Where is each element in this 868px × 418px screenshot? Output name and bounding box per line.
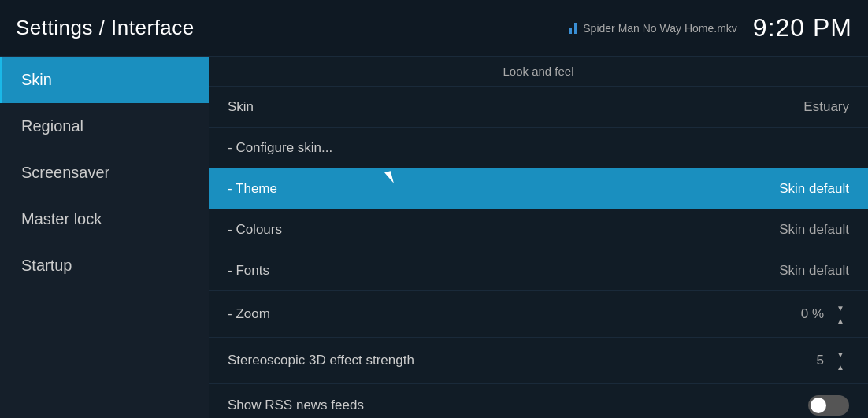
row-value-fonts: Skin default	[779, 263, 849, 279]
settings-row-skin[interactable]: Skin Estuary	[209, 87, 868, 128]
media-info: Spider Man No Way Home.mkv	[569, 22, 737, 35]
sidebar-item-screensaver[interactable]: Screensaver	[0, 150, 209, 196]
main-layout: Skin Regional Screensaver Master lock St…	[0, 57, 868, 418]
sidebar-item-skin[interactable]: Skin	[0, 57, 209, 103]
row-value-colours: Skin default	[779, 222, 849, 238]
row-value-skin: Estuary	[803, 99, 849, 115]
header: Settings / Interface Spider Man No Way H…	[0, 0, 868, 57]
settings-row-rss[interactable]: Show RSS news feeds	[209, 384, 868, 418]
row-value-zoom: 0 % ▼ ▲	[801, 302, 849, 326]
row-label-configure-skin: - Configure skin...	[228, 140, 332, 156]
sidebar-item-startup[interactable]: Startup	[0, 242, 209, 289]
sidebar-item-regional[interactable]: Regional	[0, 103, 209, 150]
settings-row-fonts[interactable]: - Fonts Skin default	[209, 250, 868, 291]
row-label-zoom: - Zoom	[228, 306, 270, 322]
media-icon	[569, 23, 577, 34]
row-value-rss	[808, 395, 849, 416]
row-label-colours: - Colours	[228, 222, 282, 238]
header-right: Spider Man No Way Home.mkv 9:20 PM	[569, 13, 852, 43]
row-label-stereoscopic: Stereoscopic 3D effect strength	[228, 353, 414, 368]
settings-row-zoom[interactable]: - Zoom 0 % ▼ ▲	[209, 291, 868, 338]
toggle-knob	[811, 398, 826, 413]
content-area: Look and feel Skin Estuary - Configure s…	[209, 57, 868, 418]
sidebar-item-master-lock[interactable]: Master lock	[0, 196, 209, 242]
settings-row-configure-skin[interactable]: - Configure skin...	[209, 128, 868, 168]
media-filename: Spider Man No Way Home.mkv	[583, 22, 737, 35]
page-title: Settings / Interface	[16, 16, 195, 40]
row-label-skin: Skin	[228, 99, 254, 115]
clock: 9:20 PM	[753, 13, 852, 43]
row-label-theme: - Theme	[228, 181, 277, 197]
row-label-rss: Show RSS news feeds	[228, 398, 364, 413]
zoom-down-icon[interactable]: ▼	[832, 302, 849, 313]
row-value-theme: Skin default	[779, 181, 849, 197]
stereoscopic-stepper[interactable]: ▼ ▲	[832, 349, 849, 372]
sidebar: Skin Regional Screensaver Master lock St…	[0, 57, 209, 418]
settings-row-colours[interactable]: - Colours Skin default	[209, 209, 868, 250]
rss-toggle[interactable]	[808, 395, 849, 416]
settings-row-theme[interactable]: - Theme Skin default	[209, 168, 868, 209]
zoom-up-icon[interactable]: ▲	[832, 315, 849, 326]
section-header: Look and feel	[209, 57, 868, 87]
stereoscopic-down-icon[interactable]: ▼	[832, 349, 849, 360]
stereoscopic-up-icon[interactable]: ▲	[832, 361, 849, 372]
zoom-stepper[interactable]: ▼ ▲	[832, 302, 849, 326]
row-label-fonts: - Fonts	[228, 263, 269, 279]
row-value-stereoscopic: 5 ▼ ▲	[817, 349, 849, 372]
settings-row-stereoscopic[interactable]: Stereoscopic 3D effect strength 5 ▼ ▲	[209, 338, 868, 384]
